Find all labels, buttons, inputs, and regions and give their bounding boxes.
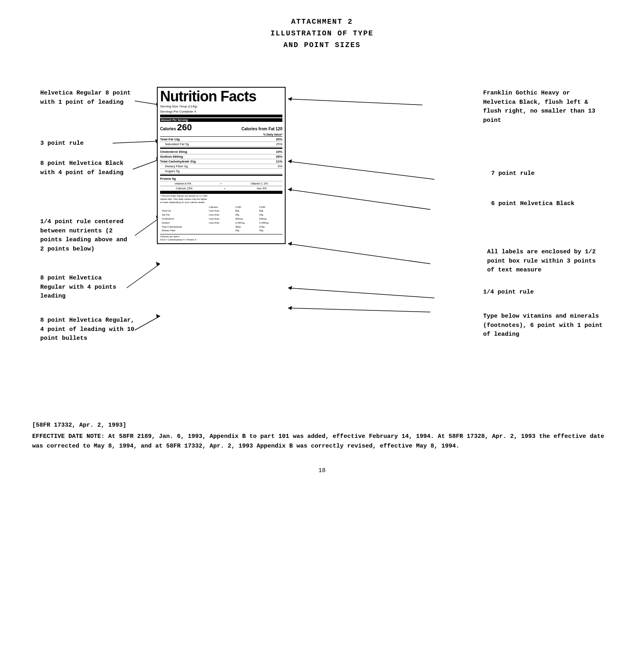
nf-cholesterol: Cholesterol 30mg10%: [160, 150, 282, 154]
page-title: ATTACHMENT 2 ILLUSTRATION OF TYPE AND PO…: [32, 16, 612, 51]
footnote-satfat-row: Sat FatLess than20g25g: [161, 214, 282, 217]
nf-sugars: Sugars 5g: [160, 169, 282, 174]
nf-thick-rule-top: [160, 115, 282, 117]
title-line3: AND POINT SIZES: [32, 39, 612, 51]
svg-marker-23: [288, 306, 292, 310]
nf-rule-after-fat: [160, 148, 282, 149]
nf-total-fat: Total Fat 13g20%: [160, 137, 282, 142]
svg-marker-15: [288, 159, 292, 163]
nf-title: Nutrition Facts: [160, 89, 282, 104]
nf-sat-fat: Saturated Fat 5g25%: [160, 142, 282, 147]
diagram-area: Nutrition Facts Serving Size ½cup (114g)…: [32, 75, 612, 405]
annotation-left-4: 1/4 point rule centered between nutrient…: [40, 218, 133, 254]
nf-rule-before-protein: [160, 175, 282, 176]
annotation-left-5: 8 point Helvetica Regular with 4 points …: [40, 274, 129, 301]
citation-text: [58FR 17332, Apr. 2, 1993]: [32, 421, 612, 430]
annotation-left-6: 8 point Helvetica Regular, 4 point of le…: [40, 316, 137, 343]
nf-calories-label: Calories 260: [160, 122, 192, 133]
footnote-chol-row: CholesterolLess than300mg300mg: [161, 218, 282, 221]
footnote-fat-row: Total FatLess than65g80g: [161, 210, 282, 213]
annotation-right-4: All labels are enclosed by 1/2 point box…: [487, 248, 604, 275]
annotation-right-1: Franklin Gothic Heavy or Helvetica Black…: [483, 89, 604, 125]
footnote-fiber-row: Dietary Fiber25g30g: [161, 229, 282, 232]
svg-line-0: [135, 101, 160, 105]
footnote-header-row: Calories: 2,000 2,500: [161, 206, 282, 209]
nf-calories-per-gram: Calories per gram: Fat 9 • Carbohydrate …: [160, 234, 282, 242]
nf-dv-header: % Daily Value*: [160, 133, 282, 137]
svg-line-16: [288, 189, 430, 210]
annotation-left-3: 8 point Helvetica Black with 4 point of …: [40, 159, 137, 177]
svg-line-6: [135, 218, 160, 236]
page-number: 18: [32, 467, 612, 474]
nf-vitamins-row2: Calcium 15% • Iron 4%: [160, 186, 282, 191]
annotation-right-5: 1/4 point rule: [483, 288, 604, 297]
nf-vitamins-row1: Vitamin A 4% • Vitamin C 2%: [160, 181, 282, 186]
annotation-right-6: Type below vitamins and minerals (footno…: [483, 312, 604, 339]
title-line2: ILLUSTRATION OF TYPE: [32, 28, 612, 39]
nf-footnote: * Percent Daily Values are based on a 2,…: [160, 195, 282, 242]
svg-marker-19: [288, 242, 292, 246]
annotation-right-3: 6 point Helvetica Black: [491, 199, 604, 209]
svg-line-20: [288, 288, 434, 298]
nf-servings-per: Servings Per Container 4: [160, 110, 282, 114]
svg-marker-13: [288, 97, 292, 101]
annotation-right-2: 7 point rule: [491, 169, 604, 179]
svg-marker-9: [156, 262, 160, 266]
svg-marker-11: [156, 314, 160, 318]
nutrition-label: Nutrition Facts Serving Size ½cup (114g)…: [157, 87, 286, 244]
effective-date-note: EFFECTIVE DATE NOTE: At 58FR 2189, Jan. …: [32, 432, 612, 451]
footnote-sodium-row: SodiumLess than2,400mg2,400mg: [161, 222, 282, 225]
annotation-left-2: 3 point rule: [40, 139, 133, 148]
nf-calories-from-fat: Calories from Fat 120: [241, 127, 282, 131]
nf-dietary-fiber: Dietary Fiber 0g0%: [160, 164, 282, 169]
nf-amount-per: Amount Per Serving: [160, 118, 282, 122]
nf-calories-row: Calories 260 Calories from Fat 120: [160, 122, 282, 133]
svg-line-14: [288, 161, 434, 179]
svg-line-22: [288, 308, 430, 312]
svg-line-8: [127, 264, 160, 288]
nf-serving-size: Serving Size ½cup (114g): [160, 105, 282, 109]
nf-protein: Protein 5g: [160, 177, 282, 181]
annotation-left-1: Helvetica Regular 8 point with 1 point o…: [40, 89, 133, 107]
nf-total-carb: Total Carbohydrate 31g11%: [160, 159, 282, 164]
footnote-carb-row: Total Carbohydrate300g375g: [161, 226, 282, 229]
title-line1: ATTACHMENT 2: [32, 16, 612, 28]
svg-line-10: [135, 316, 160, 330]
svg-line-4: [133, 159, 160, 169]
nf-footnote-table: Calories: 2,000 2,500 Total FatLess than…: [160, 205, 282, 234]
svg-marker-17: [288, 187, 292, 191]
svg-line-12: [288, 99, 422, 105]
svg-marker-21: [288, 286, 292, 290]
bottom-text-block: [58FR 17332, Apr. 2, 1993] EFFECTIVE DAT…: [32, 421, 612, 451]
nf-sodium: Sodium 660mg28%: [160, 154, 282, 159]
svg-line-18: [288, 244, 430, 264]
